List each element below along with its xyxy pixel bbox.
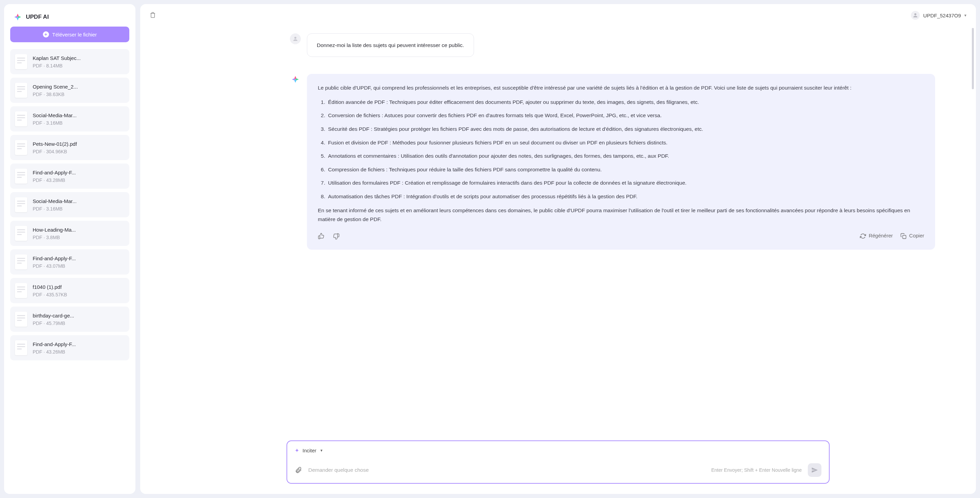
file-name: Social-Media-Mar...: [33, 112, 76, 118]
file-item[interactable]: Find-and-Apply-F... PDF · 43.26MB: [10, 335, 129, 361]
thumbs-up-icon[interactable]: [318, 232, 325, 240]
file-name: f1040 (1).pdf: [33, 284, 67, 290]
svg-point-1: [294, 37, 296, 39]
file-meta: PDF · 43.07MB: [33, 263, 76, 269]
file-meta: PDF · 3.16MB: [33, 206, 76, 212]
file-info: Find-and-Apply-F... PDF · 43.07MB: [33, 255, 76, 269]
ai-message: Le public cible d'UPDF, qui comprend les…: [307, 74, 935, 250]
user-avatar-icon: [290, 34, 301, 44]
ai-message-row: Le public cible d'UPDF, qui comprend les…: [290, 74, 935, 250]
file-item[interactable]: Pets-New-01(2).pdf PDF · 304.96KB: [10, 135, 129, 160]
ai-list-item: Automatisation des tâches PDF : Intégrat…: [327, 192, 924, 201]
file-icon: [15, 340, 27, 355]
ai-list-item: Annotations et commentaires : Utilisatio…: [327, 152, 924, 160]
main-panel: UPDF_52437O9 ▾ Donnez-moi la liste des s…: [140, 4, 976, 494]
sparkle-icon: ✦: [295, 447, 299, 454]
file-icon: [15, 169, 27, 184]
ai-list-item: Édition avancée de PDF : Techniques pour…: [327, 98, 924, 107]
avatar-icon: [911, 11, 920, 20]
upload-label: Téléverser le fichier: [52, 32, 97, 37]
file-name: Opening Scene_2...: [33, 84, 78, 89]
file-list: Kaplan SAT Subjec... PDF · 8.14MB Openin…: [10, 49, 129, 361]
file-name: Kaplan SAT Subjec...: [33, 55, 81, 61]
message-input[interactable]: [308, 467, 705, 473]
ai-list-item: Fusion et division de PDF : Méthodes pou…: [327, 138, 924, 147]
input-area: ✦ Inciter ▼ Enter Envoyer; Shift + Enter…: [286, 441, 830, 484]
file-item[interactable]: Kaplan SAT Subjec... PDF · 8.14MB: [10, 49, 129, 74]
file-meta: PDF · 435.57KB: [33, 292, 67, 297]
ai-outro: En se tenant informé de ces sujets et en…: [318, 206, 924, 223]
logo-row: UPDF AI: [10, 10, 129, 27]
file-meta: PDF · 43.28MB: [33, 177, 76, 183]
file-meta: PDF · 38.63KB: [33, 92, 78, 97]
file-info: Social-Media-Mar... PDF · 3.16MB: [33, 112, 76, 126]
file-info: f1040 (1).pdf PDF · 435.57KB: [33, 284, 67, 297]
copy-icon: [900, 233, 907, 239]
file-item[interactable]: birthday-card-ge... PDF · 45.79MB: [10, 306, 129, 332]
file-meta: PDF · 43.26MB: [33, 349, 76, 354]
file-name: Find-and-Apply-F...: [33, 255, 76, 261]
user-message-row: Donnez-moi la liste des sujets qui peuve…: [290, 34, 935, 57]
ai-list: Édition avancée de PDF : Techniques pour…: [318, 98, 924, 201]
file-name: Pets-New-01(2).pdf: [33, 141, 77, 147]
file-item[interactable]: Opening Scene_2... PDF · 38.63KB: [10, 78, 129, 103]
attach-icon[interactable]: [295, 466, 302, 474]
file-name: Find-and-Apply-F...: [33, 170, 76, 176]
thumbs-down-icon[interactable]: [333, 232, 340, 240]
file-item[interactable]: Social-Media-Mar... PDF · 3.16MB: [10, 106, 129, 131]
file-icon: [15, 254, 27, 270]
logo-icon: [14, 13, 22, 21]
ai-intro: Le public cible d'UPDF, qui comprend les…: [318, 83, 924, 92]
file-icon: [15, 197, 27, 212]
file-meta: PDF · 3.8MB: [33, 235, 76, 240]
file-info: Opening Scene_2... PDF · 38.63KB: [33, 84, 78, 97]
svg-point-0: [914, 13, 916, 15]
user-menu[interactable]: UPDF_52437O9 ▾: [911, 11, 966, 20]
app-name: UPDF AI: [26, 14, 49, 21]
regenerate-button[interactable]: Régénérer: [860, 231, 893, 240]
trash-icon[interactable]: [150, 12, 156, 19]
file-name: Social-Media-Mar...: [33, 198, 76, 204]
send-button[interactable]: [808, 463, 821, 477]
input-hint: Enter Envoyer; Shift + Enter Nouvelle li…: [711, 467, 802, 473]
file-item[interactable]: Find-and-Apply-F... PDF · 43.07MB: [10, 249, 129, 275]
send-icon: [811, 467, 818, 474]
file-icon: [15, 283, 27, 298]
scrollbar[interactable]: [972, 28, 974, 89]
inciter-dropdown[interactable]: ✦ Inciter ▼: [295, 447, 821, 454]
file-item[interactable]: How-Leading-Ma... PDF · 3.8MB: [10, 221, 129, 246]
upload-icon: +: [43, 31, 49, 37]
file-name: How-Leading-Ma...: [33, 227, 76, 233]
file-meta: PDF · 304.96KB: [33, 149, 77, 154]
file-meta: PDF · 8.14MB: [33, 63, 81, 69]
file-info: birthday-card-ge... PDF · 45.79MB: [33, 313, 74, 326]
ai-list-item: Utilisation des formulaires PDF : Créati…: [327, 179, 924, 187]
file-info: Kaplan SAT Subjec... PDF · 8.14MB: [33, 55, 81, 69]
file-item[interactable]: Find-and-Apply-F... PDF · 43.28MB: [10, 163, 129, 189]
file-item[interactable]: Social-Media-Mar... PDF · 3.16MB: [10, 192, 129, 217]
refresh-icon: [860, 233, 866, 239]
file-icon: [15, 112, 27, 126]
file-meta: PDF · 45.79MB: [33, 321, 74, 326]
topbar: UPDF_52437O9 ▾: [140, 4, 976, 27]
file-icon: [15, 83, 27, 98]
file-info: Social-Media-Mar... PDF · 3.16MB: [33, 198, 76, 212]
file-item[interactable]: f1040 (1).pdf PDF · 435.57KB: [10, 278, 129, 303]
ai-list-item: Conversion de fichiers : Astuces pour co…: [327, 111, 924, 120]
chat-area: Donnez-moi la liste des sujets qui peuve…: [140, 27, 976, 441]
ai-actions: Régénérer Copier: [318, 231, 924, 240]
user-message: Donnez-moi la liste des sujets qui peuve…: [307, 34, 474, 57]
caret-down-icon: ▼: [320, 449, 323, 452]
svg-rect-2: [903, 235, 906, 239]
copy-button[interactable]: Copier: [900, 231, 924, 240]
file-name: birthday-card-ge...: [33, 313, 74, 319]
input-row: Enter Envoyer; Shift + Enter Nouvelle li…: [295, 463, 821, 477]
username: UPDF_52437O9: [923, 13, 961, 18]
chevron-down-icon: ▾: [964, 13, 966, 18]
file-info: How-Leading-Ma... PDF · 3.8MB: [33, 227, 76, 240]
file-name: Find-and-Apply-F...: [33, 341, 76, 347]
upload-button[interactable]: + Téléverser le fichier: [10, 27, 129, 42]
ai-list-item: Sécurité des PDF : Stratégies pour proté…: [327, 124, 924, 134]
inciter-label: Inciter: [302, 448, 317, 453]
file-icon: [15, 54, 27, 69]
